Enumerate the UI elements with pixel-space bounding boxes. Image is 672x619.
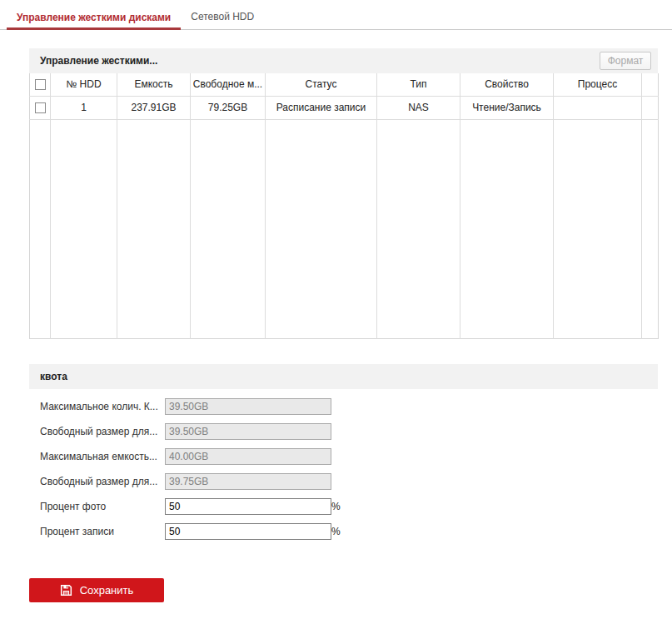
max-photo-quota-input bbox=[165, 398, 331, 415]
table-row: 1 237.91GB 79.25GB Расписание записи NAS… bbox=[30, 96, 659, 119]
col-header-empty bbox=[642, 73, 659, 96]
cell-status: Расписание записи bbox=[266, 96, 377, 119]
tab-bar: Управление жесткими дисками Сетевой HDD bbox=[0, 0, 672, 30]
field-label: Свободный размер для... bbox=[40, 426, 165, 437]
table-empty-area bbox=[30, 119, 659, 338]
form-row-max-photo-quota: Максимальное колич. К... bbox=[40, 394, 658, 419]
cell-hdd-number: 1 bbox=[51, 96, 117, 119]
col-header-free-space: Свободное м... bbox=[191, 73, 266, 96]
save-icon bbox=[60, 584, 72, 597]
form-row-free-record-quota: Свободный размер для... bbox=[40, 469, 658, 494]
max-record-quota-input bbox=[165, 448, 331, 465]
tab-network-hdd[interactable]: Сетевой HDD bbox=[181, 6, 264, 29]
percent-suffix: % bbox=[331, 526, 341, 537]
tab-hdd-management[interactable]: Управление жесткими дисками bbox=[7, 7, 181, 30]
col-header-property: Свойство bbox=[460, 73, 554, 96]
cell-type: NAS bbox=[377, 96, 460, 119]
quota-section-title: квота bbox=[29, 364, 658, 389]
field-label: Максимальная емкость... bbox=[40, 451, 165, 462]
percent-suffix: % bbox=[331, 501, 341, 512]
hdd-panel-title: Управление жесткими... bbox=[40, 55, 157, 67]
cell-progress bbox=[554, 96, 642, 119]
hdd-panel-header: Управление жесткими... Формат bbox=[29, 48, 658, 73]
select-all-checkbox[interactable] bbox=[35, 79, 46, 90]
cell-capacity: 237.91GB bbox=[117, 96, 191, 119]
col-header-capacity: Емкость bbox=[117, 73, 191, 96]
record-percent-input[interactable] bbox=[165, 523, 331, 540]
photo-percent-input[interactable] bbox=[165, 498, 331, 515]
form-row-free-photo-quota: Свободный размер для... bbox=[40, 419, 658, 444]
col-header-progress: Процесс bbox=[554, 73, 642, 96]
col-header-status: Статус bbox=[266, 73, 377, 96]
field-label: Процент фото bbox=[40, 501, 165, 512]
cell-empty bbox=[642, 96, 659, 119]
format-button[interactable]: Формат bbox=[600, 52, 651, 70]
free-photo-quota-input bbox=[165, 423, 331, 440]
main-content: Управление жесткими... Формат № HDD Емко… bbox=[29, 48, 658, 602]
col-header-type: Тип bbox=[377, 73, 460, 96]
field-label: Процент записи bbox=[40, 526, 165, 537]
quota-form: Максимальное колич. К... Свободный разме… bbox=[29, 389, 658, 544]
free-record-quota-input bbox=[165, 473, 331, 490]
hdd-table: № HDD Емкость Свободное м... Статус Тип … bbox=[29, 73, 659, 339]
save-button[interactable]: Сохранить bbox=[29, 578, 164, 602]
col-header-hdd-number: № HDD bbox=[51, 73, 117, 96]
cell-property: Чтение/Запись bbox=[460, 96, 554, 119]
form-row-photo-percent: Процент фото % bbox=[40, 494, 658, 519]
table-header-row: № HDD Емкость Свободное м... Статус Тип … bbox=[30, 73, 659, 96]
save-button-label: Сохранить bbox=[80, 584, 134, 597]
field-label: Свободный размер для... bbox=[40, 476, 165, 487]
cell-free-space: 79.25GB bbox=[191, 96, 266, 119]
row-select-checkbox[interactable] bbox=[35, 102, 46, 113]
form-row-record-percent: Процент записи % bbox=[40, 519, 658, 544]
field-label: Максимальное колич. К... bbox=[40, 401, 165, 412]
form-row-max-record-quota: Максимальная емкость... bbox=[40, 444, 658, 469]
